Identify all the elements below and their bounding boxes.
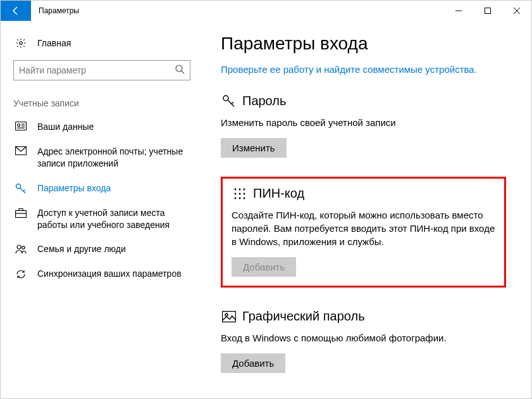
back-button[interactable] — [1, 1, 31, 21]
svg-line-20 — [232, 102, 233, 104]
briefcase-icon — [13, 208, 28, 218]
add-pin-button[interactable]: Добавить — [232, 257, 296, 277]
titlebar: Параметры — [1, 1, 531, 21]
sidebar-item-label: Ваши данные — [37, 121, 94, 133]
section-title: ПИН-код — [253, 186, 304, 201]
svg-point-26 — [244, 193, 245, 194]
svg-point-29 — [244, 197, 245, 199]
search-input-box[interactable] — [13, 60, 190, 80]
change-password-button[interactable]: Изменить — [221, 138, 287, 158]
svg-rect-1 — [485, 8, 491, 14]
page-title: Параметры входа — [221, 34, 506, 54]
sidebar-item-label: Семья и другие люди — [37, 243, 126, 255]
people-icon — [13, 244, 28, 254]
section-desc: Изменить пароль своей учетной записи — [221, 116, 499, 129]
svg-rect-14 — [16, 210, 27, 217]
compatibility-link[interactable]: Проверьте ее работу и найдите совместимы… — [221, 64, 477, 75]
sidebar-item-signin-options[interactable]: Параметры входа — [1, 176, 203, 201]
svg-point-16 — [17, 245, 21, 249]
close-button[interactable] — [502, 1, 531, 21]
svg-point-25 — [239, 193, 241, 194]
svg-point-31 — [225, 314, 228, 316]
sidebar-item-label: Синхронизация ваших параметров — [37, 268, 182, 280]
gear-icon — [13, 37, 28, 49]
maximize-button[interactable] — [473, 1, 502, 21]
sidebar-item-label: Адрес электронной почты; учетные записи … — [37, 146, 190, 170]
window-title: Параметры — [31, 1, 444, 21]
key-icon — [13, 183, 28, 194]
svg-point-2 — [20, 42, 23, 45]
search-input[interactable] — [19, 65, 175, 75]
sidebar-category: Учетные записи — [1, 93, 203, 115]
svg-point-22 — [239, 188, 241, 190]
svg-line-19 — [228, 100, 234, 106]
svg-point-17 — [22, 246, 25, 249]
section-desc: Создайте ПИН-код, который можно использо… — [232, 208, 495, 248]
svg-point-3 — [176, 65, 182, 72]
sidebar-item-family[interactable]: Семья и другие люди — [1, 237, 203, 262]
picture-icon — [221, 311, 237, 322]
svg-point-28 — [239, 197, 241, 199]
section-title: Графический пароль — [242, 309, 365, 324]
section-desc: Вход в Windows с помощью любимой фотогра… — [221, 331, 499, 345]
sidebar-item-label: Доступ к учетной записи места работы или… — [37, 207, 190, 231]
svg-line-13 — [23, 189, 25, 191]
sidebar-item-work-access[interactable]: Доступ к учетной записи места работы или… — [1, 201, 203, 238]
section-picture-password: Графический пароль Вход в Windows с помо… — [221, 303, 506, 379]
sidebar-item-your-info[interactable]: Ваши данные — [1, 115, 203, 139]
key-icon — [221, 94, 237, 108]
sidebar-item-label: Параметры входа — [37, 182, 111, 194]
minimize-button[interactable] — [444, 1, 473, 21]
svg-line-4 — [182, 71, 184, 73]
svg-point-24 — [235, 193, 237, 194]
svg-point-11 — [16, 184, 21, 188]
search-icon — [175, 64, 185, 77]
sidebar-item-sync[interactable]: Синхронизация ваших параметров — [1, 262, 203, 286]
section-pin: ПИН-код Создайте ПИН-код, который можно … — [232, 186, 495, 277]
section-title: Пароль — [242, 94, 286, 108]
svg-point-23 — [244, 188, 245, 190]
mail-icon — [13, 146, 28, 155]
svg-point-18 — [223, 96, 228, 101]
svg-point-27 — [235, 197, 237, 199]
section-password: Пароль Изменить пароль своей учетной зап… — [221, 87, 506, 164]
svg-point-21 — [235, 188, 237, 190]
window-controls — [444, 1, 531, 21]
sidebar-home[interactable]: Главная — [1, 34, 203, 53]
sidebar: Главная Учетные записи Ваши данные Адрес… — [1, 21, 203, 398]
sidebar-item-email[interactable]: Адрес электронной почты; учетные записи … — [1, 139, 203, 176]
svg-point-6 — [18, 124, 20, 127]
svg-rect-30 — [223, 311, 236, 322]
add-picture-password-button[interactable]: Добавить — [221, 353, 285, 373]
pin-highlight-box: ПИН-код Создайте ПИН-код, который можно … — [221, 177, 506, 288]
content-area: Параметры входа Проверьте ее работу и на… — [203, 21, 531, 398]
sidebar-home-label: Главная — [37, 38, 71, 48]
id-card-icon — [13, 122, 28, 130]
keypad-icon — [232, 187, 248, 200]
sync-icon — [13, 269, 28, 280]
